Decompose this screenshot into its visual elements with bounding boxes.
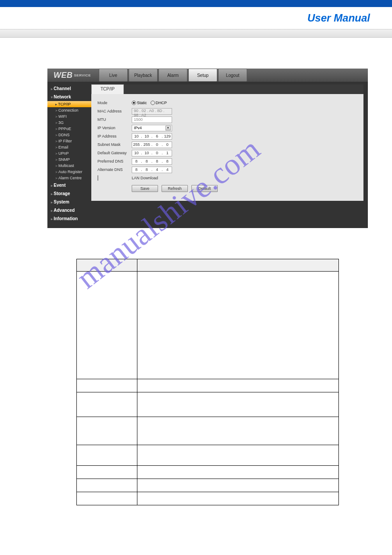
- table-row: [77, 445, 339, 466]
- sidebar-cat-event[interactable]: Event: [47, 181, 91, 189]
- lan-checkbox-wrap: [97, 176, 132, 180]
- label-mac: MAC Address: [97, 109, 132, 113]
- tab-tcpip[interactable]: TCP/IP: [91, 84, 124, 94]
- topnav: Live Playback Alarm Setup Logout: [99, 69, 247, 82]
- sidebar-item-upnp[interactable]: UPnP: [47, 150, 91, 156]
- mtu-field[interactable]: [132, 116, 172, 123]
- doc-header: User Manual: [0, 7, 392, 29]
- sidebar-item-wifi[interactable]: WIFI: [47, 113, 91, 120]
- lan-download-checkbox[interactable]: [97, 175, 98, 181]
- ip-octet: 4: [153, 167, 162, 172]
- ipversion-select[interactable]: IPv4 ▾: [132, 125, 172, 131]
- sidebar-item-email[interactable]: Email: [47, 144, 91, 150]
- ip-octet: 8: [153, 159, 162, 163]
- radio-icon: [151, 101, 155, 105]
- label-gateway: Default Gateway: [97, 151, 132, 155]
- ip-octet: 8: [132, 167, 141, 172]
- ip-octet: 10: [132, 151, 141, 155]
- app-topbar: WEB SERVICE Live Playback Alarm Setup Lo…: [47, 69, 368, 82]
- mac-field: 90 . 02 . A0 . 8D . 98 . A2: [132, 108, 172, 115]
- ip-octet: 1: [163, 151, 172, 155]
- label-adns: Alternate DNS: [97, 167, 132, 172]
- topnav-setup[interactable]: Setup: [188, 69, 217, 82]
- sidebar-cat-storage[interactable]: Storage: [47, 189, 91, 198]
- sidebar-cat-advanced[interactable]: Advanced: [47, 206, 91, 214]
- label-ipver: IP Version: [97, 126, 132, 130]
- ip-octet: 10: [142, 151, 151, 155]
- ip-octet: 0: [153, 142, 162, 147]
- sidebar-item-alarmcentre[interactable]: Alarm Centre: [47, 175, 91, 181]
- ip-octet: 8: [142, 159, 151, 163]
- gateway-field[interactable]: 10. 10. 0. 1: [132, 150, 172, 156]
- table-header-row: [77, 259, 339, 272]
- table-row: [77, 492, 339, 505]
- app-body: Channel Network TCP/IP Connection WIFI 3…: [47, 82, 368, 223]
- sidebar-item-multicast[interactable]: Multicast: [47, 163, 91, 169]
- refresh-button[interactable]: Refresh: [162, 185, 188, 192]
- topnav-logout[interactable]: Logout: [218, 69, 247, 82]
- sidebar-item-3g[interactable]: 3G: [47, 120, 91, 126]
- panel: Mode Static DHCP: [91, 94, 363, 201]
- ip-octet: 0: [153, 151, 162, 155]
- ip-octet: 8: [132, 159, 141, 163]
- param-table: [76, 259, 339, 505]
- save-button[interactable]: Save: [132, 185, 158, 192]
- header-divider: [0, 29, 392, 38]
- table-row: [77, 479, 339, 492]
- chevron-down-icon: ▾: [165, 126, 171, 131]
- table-row: [77, 272, 339, 379]
- table-row: [77, 392, 339, 417]
- ip-octet: 0: [163, 142, 172, 147]
- label-mode: Mode: [97, 101, 132, 105]
- adns-field[interactable]: 8. 8. 4. 4: [132, 167, 172, 173]
- ipaddress-field[interactable]: 10. 10. 6. 129: [132, 133, 172, 140]
- top-blue-bar: [0, 0, 392, 7]
- ip-octet: 255: [132, 142, 141, 147]
- th-desc: [137, 259, 339, 272]
- subnet-field[interactable]: 255. 255. 0. 0: [132, 141, 172, 148]
- sidebar-item-ipfilter[interactable]: IP Filter: [47, 138, 91, 144]
- ip-octet: 129: [163, 134, 172, 138]
- sidebar-cat-network[interactable]: Network: [47, 93, 91, 101]
- radio-static-label: Static: [137, 101, 147, 105]
- sidebar-cat-channel[interactable]: Channel: [47, 84, 91, 93]
- sidebar-cat-information[interactable]: Information: [47, 214, 91, 223]
- radio-dhcp[interactable]: DHCP: [151, 101, 167, 105]
- label-ipaddr: IP Address: [97, 134, 132, 138]
- ip-octet: 4: [163, 167, 172, 172]
- ip-octet: 8: [142, 167, 151, 172]
- table-row: [77, 379, 339, 392]
- label-lan: LAN Download: [132, 176, 158, 180]
- content: TCP/IP Mode Static DHCP: [91, 84, 363, 223]
- app-logo: WEB SERVICE: [47, 69, 97, 82]
- topnav-alarm[interactable]: Alarm: [158, 69, 187, 82]
- pdns-field[interactable]: 8. 8. 8. 8: [132, 158, 172, 165]
- topnav-playback[interactable]: Playback: [129, 69, 158, 82]
- sidebar-cat-system[interactable]: System: [47, 198, 91, 206]
- radio-static[interactable]: Static: [132, 101, 147, 105]
- topnav-live[interactable]: Live: [99, 69, 128, 82]
- sidebar-item-autoreg[interactable]: Auto Register: [47, 169, 91, 175]
- table-row: [77, 417, 339, 445]
- logo-sub: SERVICE: [74, 73, 91, 77]
- radio-icon: [132, 101, 136, 105]
- default-button[interactable]: Default: [191, 185, 218, 192]
- ip-octet: 8: [163, 159, 172, 163]
- sidebar-item-connection[interactable]: Connection: [47, 107, 91, 113]
- ip-octet: 10: [132, 134, 141, 138]
- ip-octet: 255: [142, 142, 151, 147]
- sidebar-item-pppoe[interactable]: PPPoE: [47, 126, 91, 132]
- label-subnet: Subnet Mask: [97, 142, 132, 147]
- ipversion-value: IPv4: [134, 126, 142, 130]
- sidebar-item-ddns[interactable]: DDNS: [47, 132, 91, 138]
- ip-octet: 6: [153, 134, 162, 138]
- doc-header-title: User Manual: [307, 12, 370, 24]
- sidebar: Channel Network TCP/IP Connection WIFI 3…: [47, 84, 91, 223]
- sidebar-item-tcpip[interactable]: TCP/IP: [47, 101, 91, 107]
- logo-main: WEB: [54, 71, 73, 80]
- ip-octet: 10: [142, 134, 151, 138]
- tab-strip: TCP/IP: [91, 84, 363, 94]
- label-pdns: Preferred DNS: [97, 159, 132, 163]
- sidebar-item-snmp[interactable]: SNMP: [47, 156, 91, 163]
- table-row: [77, 466, 339, 479]
